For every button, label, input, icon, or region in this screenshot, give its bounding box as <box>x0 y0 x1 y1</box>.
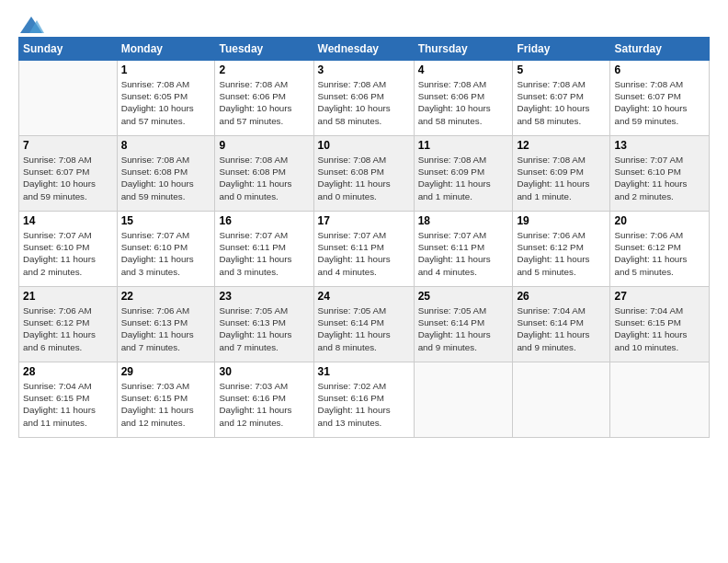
cell-date: 27 <box>614 290 705 303</box>
cell-date: 26 <box>517 290 606 303</box>
calendar-page: SundayMondayTuesdayWednesdayThursdayFrid… <box>0 0 728 563</box>
cell-info: Sunrise: 7:05 AMSunset: 6:14 PMDaylight:… <box>418 304 509 353</box>
cell-info: Sunrise: 7:05 AMSunset: 6:13 PMDaylight:… <box>219 304 309 353</box>
cell-date: 19 <box>517 214 606 227</box>
cell-info: Sunrise: 7:08 AMSunset: 6:07 PMDaylight:… <box>517 78 606 127</box>
cell-info: Sunrise: 7:08 AMSunset: 6:06 PMDaylight:… <box>219 78 309 127</box>
day-header-saturday: Saturday <box>610 38 710 61</box>
calendar-cell: 11Sunrise: 7:08 AMSunset: 6:09 PMDayligh… <box>414 136 513 212</box>
calendar-cell: 10Sunrise: 7:08 AMSunset: 6:08 PMDayligh… <box>313 136 414 212</box>
cell-info: Sunrise: 7:08 AMSunset: 6:07 PMDaylight:… <box>614 78 705 127</box>
cell-date: 17 <box>318 214 410 227</box>
cell-info: Sunrise: 7:08 AMSunset: 6:06 PMDaylight:… <box>318 78 410 127</box>
cell-date: 31 <box>318 365 410 378</box>
cell-info: Sunrise: 7:07 AMSunset: 6:11 PMDaylight:… <box>219 229 309 278</box>
calendar-cell: 2Sunrise: 7:08 AMSunset: 6:06 PMDaylight… <box>215 61 313 136</box>
calendar-cell: 24Sunrise: 7:05 AMSunset: 6:14 PMDayligh… <box>313 287 414 362</box>
calendar-cell: 25Sunrise: 7:05 AMSunset: 6:14 PMDayligh… <box>414 287 513 362</box>
cell-date: 3 <box>318 63 410 76</box>
calendar-cell: 17Sunrise: 7:07 AMSunset: 6:11 PMDayligh… <box>313 212 414 287</box>
cell-date: 28 <box>23 365 113 378</box>
cell-date: 13 <box>614 139 705 152</box>
calendar-cell: 1Sunrise: 7:08 AMSunset: 6:05 PMDaylight… <box>117 61 215 136</box>
calendar-cell: 28Sunrise: 7:04 AMSunset: 6:15 PMDayligh… <box>19 362 118 438</box>
day-header-row: SundayMondayTuesdayWednesdayThursdayFrid… <box>19 38 710 61</box>
cell-date: 8 <box>121 139 211 152</box>
cell-date: 4 <box>418 63 509 76</box>
calendar-week-row: 21Sunrise: 7:06 AMSunset: 6:12 PMDayligh… <box>19 287 710 362</box>
calendar-cell: 8Sunrise: 7:08 AMSunset: 6:08 PMDaylight… <box>117 136 215 212</box>
calendar-week-row: 14Sunrise: 7:07 AMSunset: 6:10 PMDayligh… <box>19 212 710 287</box>
cell-info: Sunrise: 7:06 AMSunset: 6:12 PMDaylight:… <box>23 304 113 353</box>
cell-date: 9 <box>219 139 309 152</box>
calendar-cell: 29Sunrise: 7:03 AMSunset: 6:15 PMDayligh… <box>117 362 215 438</box>
calendar-header: SundayMondayTuesdayWednesdayThursdayFrid… <box>19 38 710 61</box>
calendar-cell <box>414 362 513 438</box>
calendar-cell: 19Sunrise: 7:06 AMSunset: 6:12 PMDayligh… <box>513 212 610 287</box>
cell-date: 16 <box>219 214 309 227</box>
day-header-friday: Friday <box>513 38 610 61</box>
day-header-thursday: Thursday <box>414 38 513 61</box>
cell-date: 2 <box>219 63 309 76</box>
cell-date: 10 <box>318 139 410 152</box>
calendar-cell <box>19 61 118 136</box>
day-header-tuesday: Tuesday <box>215 38 313 61</box>
cell-info: Sunrise: 7:08 AMSunset: 6:05 PMDaylight:… <box>121 78 211 127</box>
calendar-cell: 27Sunrise: 7:04 AMSunset: 6:15 PMDayligh… <box>610 287 710 362</box>
cell-info: Sunrise: 7:07 AMSunset: 6:11 PMDaylight:… <box>418 229 509 278</box>
calendar-cell: 7Sunrise: 7:08 AMSunset: 6:07 PMDaylight… <box>19 136 118 212</box>
cell-info: Sunrise: 7:08 AMSunset: 6:07 PMDaylight:… <box>23 154 113 202</box>
calendar-cell: 5Sunrise: 7:08 AMSunset: 6:07 PMDaylight… <box>513 61 610 136</box>
calendar-week-row: 7Sunrise: 7:08 AMSunset: 6:07 PMDaylight… <box>19 136 710 212</box>
calendar-cell: 9Sunrise: 7:08 AMSunset: 6:08 PMDaylight… <box>215 136 313 212</box>
calendar-cell: 12Sunrise: 7:08 AMSunset: 6:09 PMDayligh… <box>513 136 610 212</box>
calendar-cell <box>610 362 710 438</box>
cell-date: 15 <box>121 214 211 227</box>
calendar-cell: 13Sunrise: 7:07 AMSunset: 6:10 PMDayligh… <box>610 136 710 212</box>
day-header-sunday: Sunday <box>19 38 118 61</box>
cell-date: 25 <box>418 290 509 303</box>
calendar-cell: 23Sunrise: 7:05 AMSunset: 6:13 PMDayligh… <box>215 287 313 362</box>
calendar-cell: 20Sunrise: 7:06 AMSunset: 6:12 PMDayligh… <box>610 212 710 287</box>
cell-date: 12 <box>517 139 606 152</box>
cell-date: 1 <box>121 63 211 76</box>
cell-info: Sunrise: 7:04 AMSunset: 6:15 PMDaylight:… <box>614 304 705 353</box>
calendar-week-row: 28Sunrise: 7:04 AMSunset: 6:15 PMDayligh… <box>19 362 710 438</box>
calendar-cell: 21Sunrise: 7:06 AMSunset: 6:12 PMDayligh… <box>19 287 118 362</box>
day-header-monday: Monday <box>117 38 215 61</box>
calendar-cell: 6Sunrise: 7:08 AMSunset: 6:07 PMDaylight… <box>610 61 710 136</box>
calendar-cell: 4Sunrise: 7:08 AMSunset: 6:06 PMDaylight… <box>414 61 513 136</box>
cell-info: Sunrise: 7:05 AMSunset: 6:14 PMDaylight:… <box>318 304 410 353</box>
logo-icon <box>18 15 44 35</box>
cell-info: Sunrise: 7:07 AMSunset: 6:10 PMDaylight:… <box>121 229 211 278</box>
cell-info: Sunrise: 7:08 AMSunset: 6:06 PMDaylight:… <box>418 78 509 127</box>
calendar-cell: 26Sunrise: 7:04 AMSunset: 6:14 PMDayligh… <box>513 287 610 362</box>
cell-date: 22 <box>121 290 211 303</box>
header <box>18 15 710 31</box>
day-header-wednesday: Wednesday <box>313 38 414 61</box>
calendar-body: 1Sunrise: 7:08 AMSunset: 6:05 PMDaylight… <box>19 61 710 438</box>
cell-info: Sunrise: 7:02 AMSunset: 6:16 PMDaylight:… <box>318 380 410 429</box>
cell-info: Sunrise: 7:03 AMSunset: 6:16 PMDaylight:… <box>219 380 309 429</box>
cell-info: Sunrise: 7:08 AMSunset: 6:08 PMDaylight:… <box>219 154 309 202</box>
cell-info: Sunrise: 7:08 AMSunset: 6:09 PMDaylight:… <box>517 154 606 202</box>
cell-date: 20 <box>614 214 705 227</box>
calendar-cell: 16Sunrise: 7:07 AMSunset: 6:11 PMDayligh… <box>215 212 313 287</box>
calendar-cell: 31Sunrise: 7:02 AMSunset: 6:16 PMDayligh… <box>313 362 414 438</box>
cell-date: 14 <box>23 214 113 227</box>
cell-info: Sunrise: 7:04 AMSunset: 6:15 PMDaylight:… <box>23 380 113 429</box>
calendar-cell: 18Sunrise: 7:07 AMSunset: 6:11 PMDayligh… <box>414 212 513 287</box>
cell-info: Sunrise: 7:06 AMSunset: 6:12 PMDaylight:… <box>614 229 705 278</box>
calendar-cell: 14Sunrise: 7:07 AMSunset: 6:10 PMDayligh… <box>19 212 118 287</box>
cell-info: Sunrise: 7:07 AMSunset: 6:10 PMDaylight:… <box>23 229 113 278</box>
calendar-cell: 22Sunrise: 7:06 AMSunset: 6:13 PMDayligh… <box>117 287 215 362</box>
cell-info: Sunrise: 7:08 AMSunset: 6:08 PMDaylight:… <box>318 154 410 202</box>
cell-date: 29 <box>121 365 211 378</box>
calendar-cell <box>513 362 610 438</box>
cell-date: 18 <box>418 214 509 227</box>
cell-info: Sunrise: 7:06 AMSunset: 6:13 PMDaylight:… <box>121 304 211 353</box>
cell-date: 21 <box>23 290 113 303</box>
calendar-table: SundayMondayTuesdayWednesdayThursdayFrid… <box>18 37 710 438</box>
cell-date: 6 <box>614 63 705 76</box>
cell-date: 30 <box>219 365 309 378</box>
